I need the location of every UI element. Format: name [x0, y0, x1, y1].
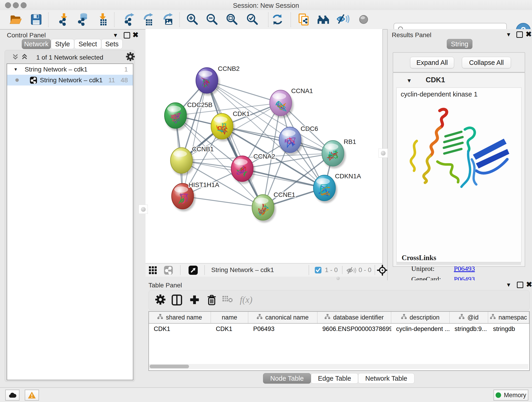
- network-options-gear-icon[interactable]: [126, 52, 135, 62]
- export-network-to-file-button[interactable]: [121, 13, 135, 27]
- tab-string[interactable]: String: [447, 39, 472, 49]
- window-title: Session: New Session: [0, 2, 532, 9]
- column-header--id[interactable]: @id: [450, 312, 488, 323]
- collection-name: String Network – cdk1: [25, 66, 88, 73]
- titlebar: Session: New Session: [0, 0, 532, 10]
- column-header-shared-name[interactable]: shared name: [149, 312, 211, 323]
- crosslink-link[interactable]: P06493: [454, 265, 475, 273]
- table-cell[interactable]: CDK1: [211, 325, 248, 332]
- column-header-name[interactable]: name: [211, 312, 248, 323]
- refresh-network-view-button[interactable]: [271, 13, 284, 27]
- tab-style[interactable]: Style: [51, 39, 74, 49]
- expand-all-button[interactable]: Expand All: [410, 57, 454, 68]
- column-header-canonical-name[interactable]: canonical name: [248, 312, 317, 323]
- table-cell[interactable]: cyclin-dependent ...: [391, 325, 450, 332]
- selected-checkbox-icon[interactable]: [315, 267, 322, 274]
- import-network-from-database-button[interactable]: [75, 13, 88, 27]
- export-image-button[interactable]: [160, 13, 173, 27]
- network-canvas[interactable]: CCNB2 CCNA1 CDC25B CDK1 CDC6 RB1 CCNB1: [146, 29, 382, 263]
- maximize-panel-icon[interactable]: [517, 282, 523, 288]
- table-cell[interactable]: 9606.ENSP00000378699: [317, 325, 391, 332]
- close-panel-icon[interactable]: ✖: [526, 282, 532, 288]
- close-panel-icon[interactable]: ✖: [526, 32, 532, 37]
- open-session-button[interactable]: [9, 13, 22, 27]
- maximize-panel-icon[interactable]: [124, 32, 130, 38]
- show-grid-icon[interactable]: [149, 266, 157, 275]
- string-protein-query-button[interactable]: [317, 13, 330, 27]
- collapse-all-button[interactable]: Collapse All: [462, 57, 511, 68]
- show-all-button[interactable]: [357, 13, 370, 27]
- fit-selected-crosshair-icon[interactable]: [377, 265, 388, 277]
- warning-icon: [28, 392, 36, 399]
- tab-edge-table[interactable]: Edge Table: [311, 373, 358, 384]
- import-network-from-file-button[interactable]: [56, 13, 69, 27]
- open-session-icon: [9, 13, 22, 27]
- collapse-section-icon[interactable]: ▼: [406, 77, 412, 84]
- table-cell[interactable]: CDK1: [149, 325, 211, 332]
- float-panel-icon[interactable]: ▼: [506, 32, 511, 37]
- column-type-icon: [459, 314, 465, 321]
- table-cell[interactable]: stringdb:9...: [450, 325, 488, 332]
- left-splitter-handle[interactable]: [139, 205, 148, 214]
- close-panel-icon[interactable]: ✖: [133, 32, 139, 38]
- export-table-to-file-icon: [140, 13, 153, 27]
- control-panel: Control Panel ▼ ✖ NetworkStyleSelectSets…: [3, 31, 136, 381]
- maximize-panel-icon[interactable]: [516, 32, 523, 38]
- cloud-status-button[interactable]: [5, 390, 19, 401]
- show-columns-icon[interactable]: [171, 294, 183, 307]
- zoom-fit-content-button[interactable]: [225, 13, 239, 27]
- warnings-button[interactable]: [25, 390, 39, 401]
- column-header-namespac[interactable]: namespac: [488, 312, 529, 323]
- tab-network[interactable]: Network: [22, 39, 51, 49]
- table-horizontal-scrollbar[interactable]: [149, 364, 528, 369]
- column-type-icon: [157, 314, 163, 321]
- network-view-toolbar: String Network – cdk1 1 - 0 0 - 0: [146, 263, 382, 277]
- zoom-selected-button[interactable]: [246, 13, 259, 27]
- status-bar: Memory: [0, 387, 532, 402]
- hide-selected-icon: [336, 13, 350, 27]
- network-type-icon[interactable]: [164, 266, 173, 276]
- hide-selected-button[interactable]: [336, 13, 350, 27]
- horizontal-splitter-handle[interactable]: [336, 277, 340, 280]
- network-selection-status: 1 of 1 Network selected: [5, 54, 135, 61]
- column-settings-icon[interactable]: [155, 294, 166, 306]
- table-cell[interactable]: P06493: [248, 325, 317, 332]
- gene-section: ▼ CDK1 cyclin-dependent kinase 1: [393, 72, 525, 267]
- network-collection-row[interactable]: ▼ String Network – cdk1 1: [7, 64, 133, 75]
- node-label-CCNA1: CCNA1: [291, 87, 313, 95]
- table-cell[interactable]: stringdb: [488, 325, 529, 332]
- results-scrollbar[interactable]: [396, 262, 521, 265]
- export-table-to-file-button[interactable]: [140, 13, 153, 27]
- zoom-out-button[interactable]: [206, 13, 219, 27]
- memory-status-dot: [496, 392, 501, 398]
- right-splitter-handle[interactable]: [379, 148, 388, 158]
- create-column-icon[interactable]: [189, 294, 200, 306]
- birds-eye-view-icon[interactable]: [188, 265, 198, 276]
- network-view: CCNB2 CCNA1 CDC25B CDK1 CDC6 RB1 CCNB1: [146, 29, 383, 276]
- tab-sets[interactable]: Sets: [101, 39, 123, 49]
- current-network-name: String Network – cdk1: [211, 266, 274, 274]
- delete-column-icon[interactable]: [206, 294, 217, 307]
- float-panel-icon[interactable]: ▼: [113, 32, 118, 38]
- save-session-button[interactable]: [30, 13, 43, 27]
- column-header-database-identifier[interactable]: database identifier: [317, 312, 391, 323]
- tab-node-table[interactable]: Node Table: [263, 373, 311, 384]
- collapse-row-icon[interactable]: ▼: [13, 67, 18, 72]
- function-builder-icon: f(x): [239, 294, 256, 306]
- memory-button[interactable]: Memory: [494, 390, 528, 401]
- network-row-selected[interactable]: String Network – cdk1 11 48: [7, 75, 133, 85]
- zoom-in-button[interactable]: [186, 13, 199, 27]
- column-header-description[interactable]: description: [391, 312, 450, 323]
- node-label-RB1: RB1: [344, 138, 356, 145]
- float-panel-icon[interactable]: ▼: [506, 282, 511, 288]
- results-buttons-box: Expand All Collapse All: [393, 52, 525, 72]
- hidden-node-edge-counts: 0 - 0: [359, 266, 371, 274]
- table-row[interactable]: CDK1CDK1P064939606.ENSP00000378699cyclin…: [149, 324, 529, 334]
- tab-network-table[interactable]: Network Table: [358, 373, 414, 384]
- tab-select[interactable]: Select: [74, 39, 101, 49]
- node-label-CCNB2: CCNB2: [218, 65, 240, 72]
- node-label-CCNB1: CCNB1: [192, 146, 214, 153]
- duplicate-network-view-button[interactable]: [297, 13, 310, 27]
- scrollbar-thumb[interactable]: [150, 365, 189, 368]
- import-table-from-file-button[interactable]: [94, 13, 108, 27]
